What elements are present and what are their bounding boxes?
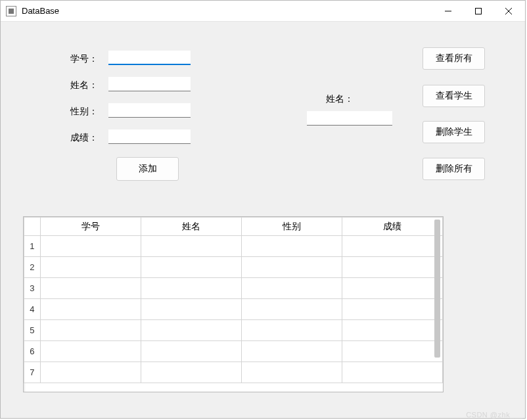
table-cell[interactable] [40,278,141,299]
name-label: 姓名： [70,80,98,91]
table-cell[interactable] [342,299,442,320]
add-button[interactable]: 添加 [116,157,179,181]
table-cell[interactable] [342,278,442,299]
delete-student-button[interactable]: 删除学生 [423,121,485,143]
table-row[interactable]: 6 [24,341,443,362]
table-row[interactable]: 7 [24,362,443,383]
gender-label: 性别： [70,106,98,118]
app-icon [6,6,16,16]
table-cell[interactable] [241,362,342,383]
table-row[interactable]: 2 [24,257,443,278]
col-header-score[interactable]: 成绩 [342,218,442,236]
table-cell[interactable] [342,257,442,278]
table-cell[interactable] [241,236,342,257]
data-table[interactable]: 学号 姓名 性别 成绩 1234567 [24,217,443,383]
table-cell[interactable] [342,236,442,257]
search-name-input[interactable] [307,111,392,126]
table-cell[interactable] [40,299,141,320]
table-cell[interactable] [40,341,141,362]
row-number[interactable]: 3 [24,278,41,299]
table-cell[interactable] [241,341,342,362]
table-row[interactable]: 1 [24,236,443,257]
app-window: DataBase 学号： 姓名： 性别： 成绩： 添加 姓名： [0,0,526,419]
minimize-button[interactable] [433,1,463,22]
table-row[interactable]: 3 [24,278,443,299]
row-number[interactable]: 1 [24,236,41,257]
col-header-gender[interactable]: 性别 [241,218,342,236]
window-title: DataBase [22,6,433,16]
table-cell[interactable] [141,362,241,383]
table-cell[interactable] [141,236,241,257]
table-scrollbar[interactable] [434,220,440,358]
table-cell[interactable] [40,362,141,383]
window-controls [433,1,524,21]
table-cell[interactable] [40,236,141,257]
row-number[interactable]: 2 [24,257,41,278]
title-bar: DataBase [1,1,525,22]
table-cell[interactable] [141,257,241,278]
table-cell[interactable] [241,278,342,299]
table-cell[interactable] [241,299,342,320]
gender-input[interactable] [108,103,191,118]
col-header-id[interactable]: 学号 [40,218,141,236]
view-all-button[interactable]: 查看所有 [423,47,485,70]
row-number[interactable]: 7 [24,362,41,383]
delete-all-button[interactable]: 删除所有 [423,158,485,180]
view-student-button[interactable]: 查看学生 [423,85,485,107]
table-cell[interactable] [342,320,442,341]
row-number[interactable]: 6 [24,341,41,362]
table-row[interactable]: 5 [24,320,443,341]
data-table-container: 学号 姓名 性别 成绩 1234567 [23,216,444,392]
svg-rect-1 [476,9,482,14]
table-cell[interactable] [141,341,241,362]
col-header-name[interactable]: 姓名 [141,218,241,236]
table-cell[interactable] [40,257,141,278]
id-input[interactable] [108,51,191,65]
row-number[interactable]: 5 [24,320,41,341]
close-button[interactable] [493,1,524,22]
table-cell[interactable] [342,362,442,383]
client-area: 学号： 姓名： 性别： 成绩： 添加 姓名： 查看所有 查看学生 删除学生 删除… [1,22,524,417]
table-corner [24,218,41,236]
table-cell[interactable] [342,341,442,362]
maximize-button[interactable] [463,1,493,22]
table-cell[interactable] [241,320,342,341]
table-header-row: 学号 姓名 性别 成绩 [24,218,443,236]
id-label: 学号： [70,53,98,65]
score-input[interactable] [108,129,191,144]
name-input[interactable] [108,77,191,91]
table-row[interactable]: 4 [24,299,443,320]
table-cell[interactable] [141,299,241,320]
table-cell[interactable] [241,257,342,278]
table-cell[interactable] [141,278,241,299]
score-label: 成绩： [70,132,98,144]
table-cell[interactable] [141,320,241,341]
table-cell[interactable] [40,320,141,341]
row-number[interactable]: 4 [24,299,41,320]
search-name-label: 姓名： [326,93,354,105]
watermark: CSDN @zhk___ [466,411,523,419]
